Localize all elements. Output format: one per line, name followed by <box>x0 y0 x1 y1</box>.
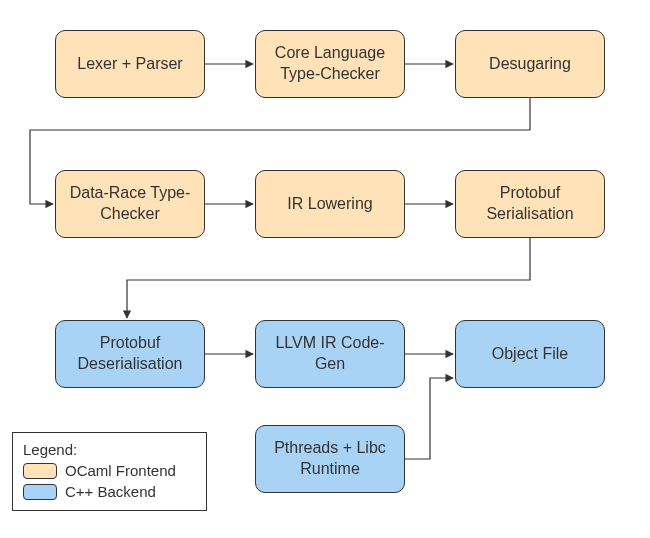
legend-swatch-cpp <box>23 484 57 500</box>
node-label: LLVM IR Code-Gen <box>264 333 396 375</box>
node-ir-lowering: IR Lowering <box>255 170 405 238</box>
node-label: IR Lowering <box>287 194 372 215</box>
node-label: Object File <box>492 344 568 365</box>
node-data-race-checker: Data-Race Type-Checker <box>55 170 205 238</box>
legend-label-ocaml: OCaml Frontend <box>65 462 176 479</box>
node-label: Desugaring <box>489 54 571 75</box>
node-label: Core Language Type-Checker <box>264 43 396 85</box>
node-protobuf-deserial: Protobuf Deserialisation <box>55 320 205 388</box>
node-lexer-parser: Lexer + Parser <box>55 30 205 98</box>
node-label: Lexer + Parser <box>77 54 182 75</box>
node-protobuf-serial: Protobuf Serialisation <box>455 170 605 238</box>
node-label: Protobuf Deserialisation <box>64 333 196 375</box>
node-label: Pthreads + Libc Runtime <box>264 438 396 480</box>
legend-label-cpp: C++ Backend <box>65 483 156 500</box>
legend: Legend: OCaml Frontend C++ Backend <box>12 432 207 511</box>
node-core-type-checker: Core Language Type-Checker <box>255 30 405 98</box>
node-pthreads-runtime: Pthreads + Libc Runtime <box>255 425 405 493</box>
legend-title: Legend: <box>23 441 196 458</box>
node-desugaring: Desugaring <box>455 30 605 98</box>
node-object-file: Object File <box>455 320 605 388</box>
node-label: Protobuf Serialisation <box>464 183 596 225</box>
legend-swatch-ocaml <box>23 463 57 479</box>
node-llvm-codegen: LLVM IR Code-Gen <box>255 320 405 388</box>
node-label: Data-Race Type-Checker <box>64 183 196 225</box>
